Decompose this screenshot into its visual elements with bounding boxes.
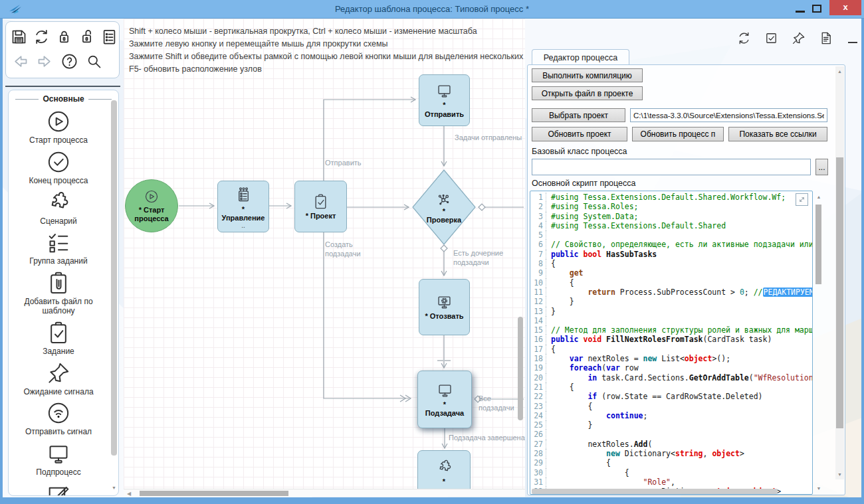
canvas-help-line-3: Зажмите Shift и обведите объекты рамкой … [129,52,525,61]
canvas-help-line-4: F5- обновить расположение узлов [129,64,262,74]
compile-button[interactable]: Выполнить компиляцию [532,68,643,82]
base-class-input[interactable] [532,159,811,175]
node-proekt[interactable]: * Проект [294,181,347,232]
palette-item-edit[interactable] [12,481,105,496]
palette-item-check-circle[interactable]: Конец процесса [12,149,105,186]
forward-icon[interactable] [35,52,54,72]
node-proverka[interactable]: * Проверка [412,169,476,245]
editor-scroll-up-icon[interactable]: ▲ [815,195,823,199]
help-icon[interactable] [59,52,79,72]
refresh-process-button[interactable]: Обновить процесс п [632,127,724,141]
open-file-in-project-button[interactable]: Открыть файл в проекте [532,86,643,100]
refresh-icon[interactable] [734,28,754,48]
canvas-horizontal-scrollbar[interactable]: ◀ [124,489,525,497]
refresh-icon[interactable] [33,27,51,47]
save-icon[interactable] [10,27,28,47]
palette-item-clipattach[interactable]: Добавить файл по шаблону [12,270,105,316]
palette-item-pin[interactable]: Ожидание сигнала [12,360,105,397]
palette-item-checklist[interactable]: Группа заданий [12,229,105,266]
diagram-canvas[interactable]: Shift + колесо мыши - вертикальная прокр… [124,19,525,497]
node-label: * Старт процесса [134,206,168,223]
node-label: * Отправить [425,101,464,118]
code-line: 25 } [530,420,812,430]
minimize-icon[interactable] [843,28,863,48]
node-podzadacha[interactable]: * Подзадача [417,371,472,428]
palette-item-signal[interactable]: Отправить сигнал [12,400,105,437]
palette-item-puzzle[interactable]: Сценарий [12,189,105,226]
code-line: 7public bool HasSubTasks [530,250,812,259]
pin-icon[interactable] [788,28,808,48]
editor-scroll-down-icon[interactable]: ▼ [815,486,823,491]
doclist-icon[interactable] [100,27,118,47]
show-all-links-button[interactable]: Показать все ссылки [728,127,827,141]
palette-item-play-circle[interactable]: Старт процесса [12,108,105,145]
code-line: 29 { [530,458,812,467]
canvas-vertical-scrollbar[interactable] [518,317,523,420]
pin-icon [45,360,72,386]
window-maximize-button[interactable] [812,5,821,13]
main-script-label: Основной скрипт процесса [532,179,636,188]
code-line: 3#using System.Data; [530,212,812,221]
scroll-left-icon[interactable]: ◀ [127,491,131,497]
canvas-hscroll-thumb[interactable] [140,491,288,496]
editor-expand-button[interactable] [796,193,808,206]
code-line: 8{ [530,259,812,268]
expand-icon [798,195,806,204]
editor-horizontal-scrollbar[interactable] [532,489,778,494]
code-line: 27 nextRoles.Add( [530,440,812,449]
node-upravlenie[interactable]: * Управление .. [217,181,269,232]
script-code-editor[interactable]: 1#using Tessa.Extensions.Default.Shared.… [530,191,813,495]
search-icon[interactable] [84,52,104,72]
edge-label-est: Есть дочерние подзадачи [453,248,503,268]
code-line: 6// Свойство, определяющее, есть ли акти… [530,240,812,249]
panel-scroll-down-icon[interactable]: ▼ [835,472,844,477]
node-otpravit[interactable]: * Отправить [419,74,470,126]
code-line: 5 [530,230,812,240]
node-label: * Отозвать [425,312,463,321]
clipattach-icon [45,270,72,296]
refresh-project-button[interactable]: Обновить проект [532,127,627,141]
main-toolbar [5,21,120,78]
clipboard-check-icon [312,193,330,210]
browse-base-class-button[interactable]: ... [815,159,828,175]
lock-icon[interactable] [55,27,73,47]
palette-scrollbar[interactable] [111,100,117,456]
code-line: 20 in task.Card.Sections.GetOrAddTable("… [530,373,812,382]
node-otozvat[interactable]: * Отозвать [419,279,470,335]
palette-item-label: Задание [43,347,74,357]
code-line: 2#using Tessa.Roles; [530,202,812,211]
edge-label-otpravit: Отправить [325,158,362,167]
code-line: 9 get [530,268,812,278]
palette-item-label: Подпроцесс [36,468,80,477]
titlebar: Редактор шаблона процесса: Типовой проце… [0,0,864,19]
choose-project-button[interactable]: Выбрать проект [532,108,625,122]
project-path-input[interactable] [630,108,827,122]
palette-item-clipcheck[interactable]: Задание [12,319,105,357]
monitor-icon [436,381,454,399]
node-start-process[interactable]: * Старт процесса [125,179,178,232]
document-icon[interactable] [815,28,835,48]
editor-vertical-scrollbar[interactable]: ▲ ▼ [815,193,823,493]
panel-scroll-up-icon[interactable]: ▲ [835,69,844,74]
palette-header: Основные [15,94,112,104]
play-circle-icon [45,108,72,135]
window-minimize-button[interactable] [796,11,805,13]
node-scenario-bottom[interactable]: * [417,450,471,494]
palette-scroll-down-icon[interactable]: ▼ [112,485,116,490]
palette-item-label: Сценарий [40,217,76,226]
palette-header-label: Основные [43,94,84,104]
unlock-icon[interactable] [78,27,96,47]
checkbox-icon[interactable] [761,28,781,48]
panel-vertical-scrollbar[interactable]: ▲ ▼ [835,66,844,479]
back-icon[interactable] [10,52,30,72]
editor-vscroll-thumb[interactable] [815,205,821,284]
tab-process-editor[interactable]: Редактор процесса [532,49,629,65]
code-line: 24 continue; [530,411,812,420]
palette-item-label: Ожидание сигнала [23,388,93,397]
panel-vscroll-thumb[interactable] [836,157,843,428]
palette-item-monitor[interactable]: Подпроцесс [12,440,105,477]
node-label-ellipsis: .. [241,224,245,227]
node-label: * [443,477,445,486]
palette-item-label: Отправить сигнал [25,428,92,437]
window-close-button[interactable]: x [829,0,861,15]
